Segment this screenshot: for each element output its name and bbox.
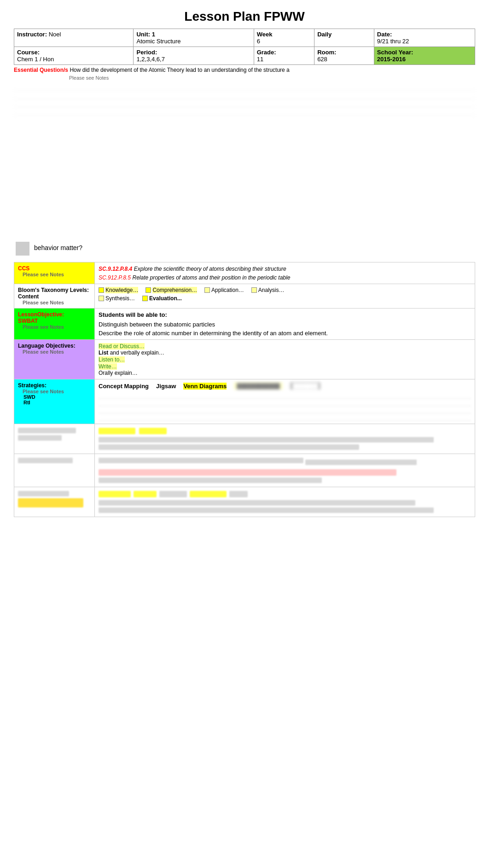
ccs-row: CCS Please see Notes SC.9.12.P.8.4 Explo… [14,262,475,284]
lang-obj-item-4: Write… [99,363,117,370]
blurred-row-2 [14,454,475,487]
strategies-see-notes: Please see Notes [23,389,91,394]
bloom-comprehension-label: Comprehension… [152,287,197,293]
lesson-obj-label-cell: LessonObjective: SWBAT Please see Notes [14,309,95,340]
blooms-items: Knowledge… Comprehension… Application… [99,287,471,293]
blooms-label-cell: Bloom's Taxonomy Levels: Content Please … [14,284,95,309]
ccs-standard-1-code: SC.9.12.P.8.4 [99,266,132,272]
lang-obj-header: Language Objectives: [18,343,91,349]
strategies-label-cell: Strategies: Please see Notes SWD RtI [14,379,95,424]
lang-obj-see-notes: Please see Notes [23,349,91,355]
page-title: Lesson Plan FPWW [14,9,475,24]
bloom-knowledge-label: Knowledge… [105,287,138,293]
unit-cell: Unit: 1 Atomic Structure [134,29,254,47]
strategies-header: Strategies: [18,382,91,389]
bloom-application-check [204,287,210,293]
unit-name: Atomic Structure [136,38,180,45]
essential-question-row: Essential Question/s How did the develop… [14,67,475,73]
blooms-content-cell: Knowledge… Comprehension… Application… [95,284,475,309]
header-table: Instructor: Noel Unit: 1 Atomic Structur… [14,29,475,65]
period-label: Period: [136,49,157,56]
strategy-blurred-1: ████████████ [234,382,283,390]
strategies-content-cell: Concept Mapping Jigsaw Venn Diagrams ███… [95,379,475,424]
week-label: Week [257,31,273,38]
bloom-knowledge: Knowledge… [99,287,138,293]
lesson-obj-item-2: Describe the role of atomic number in de… [99,330,471,337]
bloom-evaluation-check [142,296,148,301]
instructor-label: Instructor: [17,31,47,38]
ccs-standard-1-text: Explore the scientific theory of atoms d… [134,266,286,272]
bloom-knowledge-check [99,287,104,293]
bloom-application-label: Application… [211,287,244,293]
behavior-box [16,242,29,256]
strategies-items-row: Concept Mapping Jigsaw Venn Diagrams ███… [99,382,471,390]
bloom-comprehension-check [146,287,151,293]
school-year-value: 2015-2016 [377,56,406,63]
grade-cell: Grade: 11 [254,47,314,65]
main-content-table: CCS Please see Notes SC.9.12.P.8.4 Explo… [14,262,475,517]
ccs-standard-2-code: SC.912.P.8.5 [99,274,131,281]
ccs-label-cell: CCS Please see Notes [14,262,95,284]
period-value: 1,2,3,4,6,7 [136,56,164,63]
room-value: 628 [317,56,327,63]
blooms-see-notes: Please see Notes [23,300,91,305]
lesson-obj-title: Students will be able to: [99,311,471,318]
lang-obj-item-3: Listen to… [99,356,125,363]
bloom-comprehension: Comprehension… [146,287,197,293]
lesson-obj-item-1: Distinguish between the subatomic partic… [99,321,471,328]
bloom-analysis-label: Analysis… [258,287,285,293]
bloom-application: Application… [204,287,244,293]
ccs-see-notes: Please see Notes [23,272,91,277]
strategies-blurred-content [99,393,471,421]
ccs-standard-2-text: Relate properties of atoms and their pos… [132,274,290,281]
bloom-synthesis-check [99,296,104,301]
blurred-content-1 [95,424,475,454]
blooms-row: Bloom's Taxonomy Levels: Content Please … [14,284,475,309]
unit-label: Unit: 1 [136,31,155,38]
blurred-row-1 [14,424,475,454]
spacer-blurred [14,83,475,157]
behavior-text: behavior matter? [34,242,82,251]
strategy-jigsaw: Jigsaw [156,383,176,390]
bloom-evaluation-label: Evaluation... [149,295,182,302]
swbat-label: SWBAT [18,318,91,324]
room-cell: Room: 628 [314,47,374,65]
strategies-swd: SWD [23,394,91,400]
essential-see-notes: Please see Notes [69,75,475,81]
instructor-cell: Instructor: Noel [14,29,134,47]
bloom-synthesis: Synthesis… [99,295,135,302]
strategies-row: Strategies: Please see Notes SWD RtI Con… [14,379,475,424]
ccs-standard-2-row: SC.912.P.8.5 Relate properties of atoms … [99,274,471,281]
bloom-analysis-check [251,287,257,293]
blurred-content-2 [95,454,475,487]
room-label: Room: [317,49,336,56]
page-container: Lesson Plan FPWW Instructor: Noel Unit: … [0,0,489,757]
blurred-label-2 [14,454,95,487]
course-value: Chem 1 / Hon [17,56,54,63]
bloom-synthesis-label: Synthesis… [105,295,135,302]
date-cell: Date: 9/21 thru 22 [374,29,475,47]
blooms-items-row2: Synthesis… Evaluation... [99,295,471,302]
course-label: Course: [17,49,40,56]
blooms-label: Bloom's Taxonomy Levels: Content [18,287,91,300]
ccs-standard-1-row: SC.9.12.P.8.4 Explore the scientific the… [99,265,471,272]
school-year-label: School Year: [377,49,413,56]
bloom-analysis: Analysis… [251,287,285,293]
blurred-label-3 [14,487,95,517]
lesson-obj-see-notes: Please see Notes [23,324,91,330]
lesson-objective-row: LessonObjective: SWBAT Please see Notes … [14,309,475,340]
week-cell: Week 6 [254,29,314,47]
strategy-concept-mapping: Concept Mapping [99,383,149,390]
period-cell: Period: 1,2,3,4,6,7 [134,47,254,65]
grade-value: 11 [257,56,263,63]
lang-obj-label-cell: Language Objectives: Please see Notes [14,340,95,379]
grade-label: Grade: [257,49,276,56]
lang-obj-item-2: List and verbally explain… [99,350,471,356]
instructor-name: Noel [49,31,61,38]
date-value: 9/21 thru 22 [377,38,409,45]
date-label: Date: [377,31,392,38]
daily-cell: Daily [314,29,374,47]
strategy-blurred-2: ███████ [290,382,321,390]
strategy-venn-diagrams: Venn Diagrams [183,383,227,390]
essential-question-text: How did the development of the Atomic Th… [70,67,289,73]
